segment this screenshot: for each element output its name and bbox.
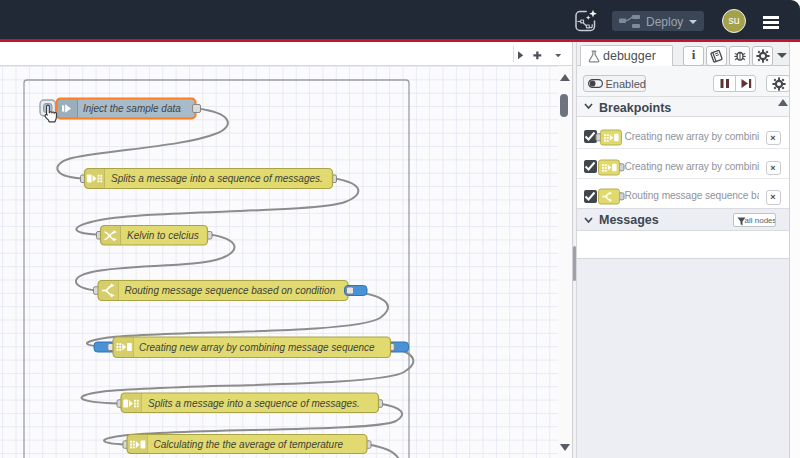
svg-text:Splits a message into a sequen: Splits a message into a sequence of mess… — [111, 173, 323, 184]
svg-text:Calculating the the average of: Calculating the the average of temperatu… — [154, 439, 344, 450]
svg-text:Inject the sample data: Inject the sample data — [83, 103, 181, 114]
svg-text:Routing message sequence based: Routing message sequence based on condit… — [125, 285, 336, 296]
svg-text:Creating new array by combinin: Creating new array by combining message … — [139, 342, 375, 353]
svg-text:Kelvin to celcius: Kelvin to celcius — [127, 230, 199, 241]
svg-text:Splits a message into a sequen: Splits a message into a sequence of mess… — [148, 398, 360, 409]
